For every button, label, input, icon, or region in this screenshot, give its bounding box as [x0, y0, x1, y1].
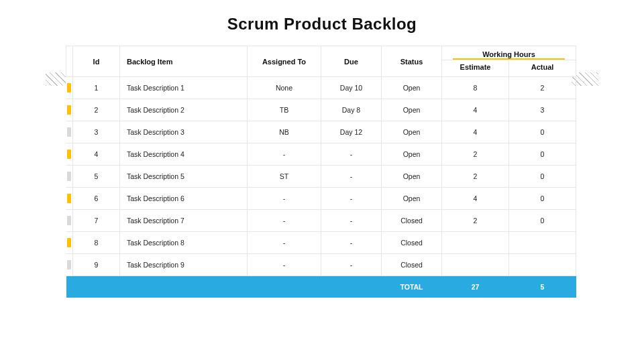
- cell-actual: 0: [509, 121, 576, 143]
- cell-actual: 2: [509, 77, 576, 99]
- cell-estimate: 4: [442, 99, 509, 121]
- cell-id: 3: [73, 121, 120, 143]
- cell-status: Open: [382, 99, 442, 121]
- cell-assigned: None: [248, 77, 321, 99]
- cell-status: Open: [382, 77, 442, 99]
- cell-status: Open: [382, 188, 442, 210]
- cell-backlog-item: Task Description 6: [120, 188, 248, 210]
- cell-backlog-item: Task Description 8: [120, 232, 248, 254]
- cell-assigned: -: [248, 143, 321, 166]
- cell-due: -: [321, 188, 382, 210]
- cell-backlog-item: Task Description 4: [120, 143, 248, 166]
- header-actual: Actual: [509, 60, 576, 77]
- header-backlog-item: Backlog Item: [120, 46, 248, 77]
- cell-assigned: ST: [248, 166, 321, 188]
- row-marker: [66, 188, 73, 210]
- total-row: TOTAL275: [66, 276, 576, 298]
- cell-backlog-item: Task Description 5: [120, 166, 248, 188]
- total-blank: [248, 276, 321, 298]
- row-marker: [66, 232, 73, 254]
- row-marker: [66, 143, 73, 166]
- cell-due: Day 12: [321, 121, 382, 143]
- row-marker: [66, 166, 73, 188]
- cell-estimate: 8: [442, 77, 509, 99]
- header-assigned-to: Assigned To: [248, 46, 321, 77]
- cell-status: Open: [382, 121, 442, 143]
- backlog-table: Id Backlog Item Assigned To Due Status W…: [66, 46, 576, 298]
- row-marker: [66, 254, 73, 276]
- cell-actual: 0: [509, 143, 576, 166]
- cell-due: Day 10: [321, 77, 382, 99]
- cell-estimate: 2: [442, 166, 509, 188]
- header-id: Id: [73, 46, 120, 77]
- row-marker: [66, 210, 73, 232]
- cell-status: Closed: [382, 254, 442, 276]
- cell-id: 2: [73, 99, 120, 121]
- header-estimate: Estimate: [442, 60, 509, 77]
- header-marker: [66, 46, 73, 77]
- cell-estimate: 2: [442, 143, 509, 166]
- cell-id: 4: [73, 143, 120, 166]
- total-marker: [66, 276, 73, 298]
- cell-actual: 0: [509, 210, 576, 232]
- cell-id: 9: [73, 254, 120, 276]
- cell-status: Open: [382, 166, 442, 188]
- row-marker: [66, 121, 73, 143]
- cell-estimate: [442, 254, 509, 276]
- table-row: 7Task Description 7--Closed20: [66, 210, 576, 232]
- table-row: 5Task Description 5ST-Open20: [66, 166, 576, 188]
- cell-estimate: 4: [442, 188, 509, 210]
- cell-status: Open: [382, 143, 442, 166]
- header-due: Due: [321, 46, 382, 77]
- cell-status: Closed: [382, 210, 442, 232]
- cell-due: -: [321, 143, 382, 166]
- cell-id: 7: [73, 210, 120, 232]
- cell-actual: 0: [509, 166, 576, 188]
- table-row: 6Task Description 6--Open40: [66, 188, 576, 210]
- cell-assigned: TB: [248, 99, 321, 121]
- header-status: Status: [382, 46, 442, 77]
- cell-backlog-item: Task Description 1: [120, 77, 248, 99]
- table-row: 9Task Description 9--Closed: [66, 254, 576, 276]
- table-row: 3Task Description 3NBDay 12Open40: [66, 121, 576, 143]
- cell-due: -: [321, 210, 382, 232]
- cell-actual: [509, 232, 576, 254]
- cell-estimate: [442, 232, 509, 254]
- cell-due: -: [321, 254, 382, 276]
- page-title: Scrum Product Backlog: [0, 0, 644, 46]
- cell-id: 8: [73, 232, 120, 254]
- cell-backlog-item: Task Description 2: [120, 99, 248, 121]
- cell-actual: 3: [509, 99, 576, 121]
- total-actual: 5: [509, 276, 576, 298]
- total-blank: [120, 276, 248, 298]
- cell-actual: 0: [509, 188, 576, 210]
- cell-id: 1: [73, 77, 120, 99]
- row-marker: [66, 99, 73, 121]
- total-estimate: 27: [442, 276, 509, 298]
- cell-estimate: 4: [442, 121, 509, 143]
- backlog-tbody: 1Task Description 1NoneDay 10Open822Task…: [66, 77, 576, 298]
- cell-assigned: -: [248, 254, 321, 276]
- cell-estimate: 2: [442, 210, 509, 232]
- total-blank: [321, 276, 382, 298]
- table-row: 8Task Description 8--Closed: [66, 232, 576, 254]
- cell-due: Day 8: [321, 99, 382, 121]
- cell-id: 6: [73, 188, 120, 210]
- cell-assigned: -: [248, 232, 321, 254]
- total-blank: [73, 276, 120, 298]
- total-label: TOTAL: [382, 276, 442, 298]
- table-row: 4Task Description 4--Open20: [66, 143, 576, 166]
- cell-due: -: [321, 166, 382, 188]
- cell-status: Closed: [382, 232, 442, 254]
- table-row: 1Task Description 1NoneDay 10Open82: [66, 77, 576, 99]
- cell-id: 5: [73, 166, 120, 188]
- cell-assigned: NB: [248, 121, 321, 143]
- header-working-hours: Working Hours: [442, 46, 576, 60]
- cell-due: -: [321, 232, 382, 254]
- backlog-table-container: Id Backlog Item Assigned To Due Status W…: [66, 46, 572, 298]
- cell-assigned: -: [248, 188, 321, 210]
- cell-backlog-item: Task Description 9: [120, 254, 248, 276]
- row-marker: [66, 77, 73, 99]
- cell-actual: [509, 254, 576, 276]
- cell-backlog-item: Task Description 3: [120, 121, 248, 143]
